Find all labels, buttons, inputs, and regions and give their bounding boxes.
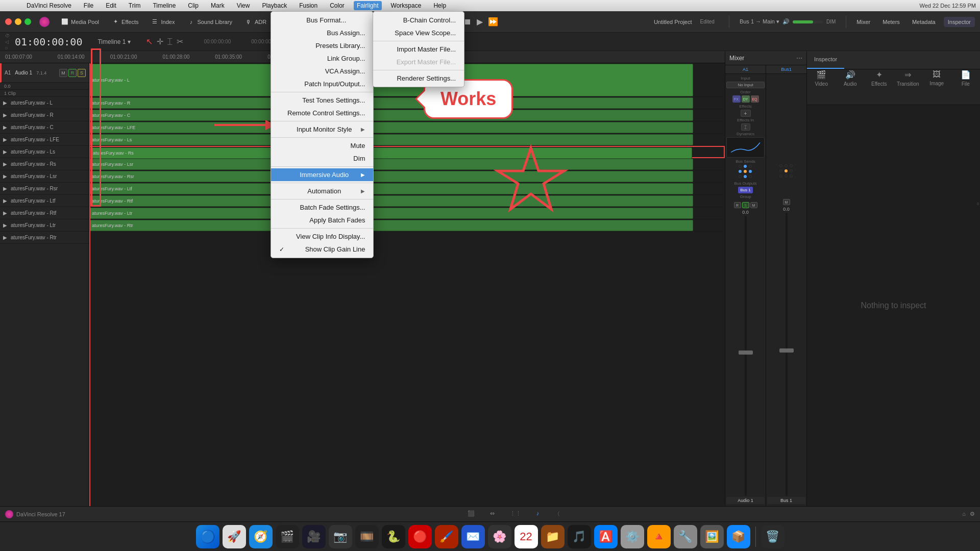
- minimize-btn[interactable]: [15, 18, 21, 25]
- fairlight-menu[interactable]: Bus Format... Bus Assign... Presets Libr…: [271, 11, 374, 258]
- media-pool-btn[interactable]: ⬜ Media Pool: [57, 16, 103, 28]
- dock-app1[interactable]: 🔴: [408, 525, 432, 548]
- effects-in-btn[interactable]: ⌶: [741, 123, 750, 131]
- menu-mark[interactable]: Mark: [208, 1, 228, 10]
- menu-workspace[interactable]: Workspace: [388, 1, 425, 10]
- menu-bus-assign[interactable]: Bus Assign...: [271, 27, 373, 39]
- tab-effects[interactable]: ✦ Effects: [865, 69, 894, 88]
- menu-file[interactable]: File: [81, 1, 96, 10]
- dock-photos[interactable]: 🌸: [488, 525, 511, 548]
- menu-playback[interactable]: Playback: [259, 1, 290, 10]
- effects-btn[interactable]: ✦ Effects: [107, 16, 142, 28]
- track-mute-btn[interactable]: M: [59, 69, 67, 77]
- fader-thumb-a1[interactable]: [739, 350, 753, 355]
- menu-mute[interactable]: Mute: [271, 139, 373, 152]
- clip-Ls[interactable]: aturesFury.wav - Ls: [89, 134, 693, 145]
- status-tool-audio[interactable]: ♪: [536, 510, 540, 518]
- menu-trim[interactable]: Trim: [126, 1, 144, 10]
- dock-launchpad[interactable]: 🚀: [223, 525, 246, 548]
- clip-Ltf[interactable]: aturesFury.wav - Ltf: [89, 183, 693, 194]
- maximize-btn[interactable]: [24, 18, 31, 25]
- submenu-renderer[interactable]: Renderer Settings...: [373, 72, 464, 85]
- volume-slider[interactable]: [793, 20, 823, 23]
- solo-btn[interactable]: S: [742, 202, 749, 208]
- bus-mute-btn[interactable]: M: [783, 199, 790, 205]
- dy-btn[interactable]: DY: [742, 95, 750, 103]
- close-btn[interactable]: [5, 18, 12, 25]
- record-btn[interactable]: R: [734, 202, 741, 208]
- channel-bus1-tab[interactable]: Bus1: [766, 65, 806, 73]
- menu-edit[interactable]: Edit: [103, 1, 119, 10]
- status-tool-3[interactable]: ⋮⋮: [510, 510, 521, 518]
- fader-track-bus1[interactable]: [786, 213, 788, 496]
- dock-clip[interactable]: 🎞️: [355, 525, 379, 548]
- track-solo-btn[interactable]: S: [78, 69, 86, 77]
- fx-btn[interactable]: FX: [732, 95, 741, 103]
- mute-btn[interactable]: M: [750, 202, 757, 208]
- sound-library-btn[interactable]: ♪ Sound Library: [183, 16, 236, 28]
- clip-LFE[interactable]: aturesFury.wav - LFE: [89, 122, 693, 133]
- menu-show-clip-gain[interactable]: ✓ Show Clip Gain Line: [271, 243, 373, 256]
- immersive-audio-submenu[interactable]: B-Chain Control... Space View Scope... I…: [373, 11, 464, 87]
- menu-bus-format[interactable]: Bus Format...: [271, 14, 373, 27]
- clip-Rtr[interactable]: aturesFury.wav - Rtr: [89, 220, 693, 231]
- menu-immersive-audio[interactable]: Immersive Audio ▶: [271, 168, 373, 181]
- effects-add-btn[interactable]: +: [741, 110, 751, 117]
- fader-thumb-bus1[interactable]: [779, 348, 794, 353]
- clip-C[interactable]: aturesFury.wav - C: [89, 110, 693, 121]
- dock-safari[interactable]: 🧭: [249, 525, 273, 548]
- clip-Rsr[interactable]: aturesFury.wav - Rsr: [89, 171, 693, 182]
- dock-finder[interactable]: 🔵: [196, 525, 219, 548]
- volume-icon[interactable]: 🔊: [782, 18, 790, 25]
- blade-tool[interactable]: ✂: [177, 37, 183, 46]
- dock-preview[interactable]: 🖼️: [700, 525, 724, 548]
- menu-color[interactable]: Color: [327, 1, 348, 10]
- menu-presets-library[interactable]: Presets Library...: [271, 39, 373, 52]
- menu-clip[interactable]: Clip: [185, 1, 202, 10]
- menu-view-clip-info[interactable]: View Clip Info Display...: [271, 230, 373, 243]
- select-tool[interactable]: ↖: [146, 37, 153, 46]
- track-record-btn[interactable]: R: [68, 69, 77, 77]
- apple-menu[interactable]: [4, 1, 17, 11]
- menu-patch-io[interactable]: Patch Input/Output...: [271, 78, 373, 90]
- menu-davinci[interactable]: DaVinci Resolve: [23, 1, 75, 10]
- play-btn[interactable]: ▶: [477, 17, 483, 27]
- dock-apple-music[interactable]: 🎵: [568, 525, 591, 548]
- clip-Rtf[interactable]: aturesFury.wav - Rtf: [89, 195, 693, 207]
- submenu-import-master[interactable]: Import Master File...: [373, 43, 464, 56]
- meters-btn[interactable]: Meters: [878, 17, 904, 27]
- bus-selector[interactable]: Bus 1 → Main ▾: [740, 18, 779, 25]
- dock-trash[interactable]: 🗑️: [761, 525, 785, 548]
- clip-Rs[interactable]: aturesFury.wav - Rs: [90, 147, 692, 159]
- submenu-b-chain[interactable]: B-Chain Control...: [373, 14, 464, 27]
- menu-timeline[interactable]: Timeline: [150, 1, 179, 10]
- inspector-btn[interactable]: Inspector: [944, 17, 975, 27]
- dock-davinci[interactable]: 🎥: [302, 525, 326, 548]
- menu-vca-assign[interactable]: VCA Assign...: [271, 65, 373, 78]
- dock-vlc[interactable]: 🔺: [647, 525, 671, 548]
- menu-dim[interactable]: Dim: [271, 152, 373, 165]
- clip-Ltr[interactable]: aturesFury.wav - Ltr: [89, 208, 693, 219]
- menu-test-tones[interactable]: Test Tones Settings...: [271, 94, 373, 107]
- tab-video[interactable]: 🎬 Video: [807, 69, 836, 88]
- play-forward-btn[interactable]: ⏩: [488, 17, 498, 27]
- trim-tool[interactable]: ✛: [157, 37, 163, 46]
- dock-affinity[interactable]: 🖌️: [435, 525, 458, 548]
- bus-output-selector[interactable]: Bus 1: [738, 187, 752, 193]
- eq-display[interactable]: [726, 137, 765, 158]
- adr-btn[interactable]: 🎙 ADR: [240, 16, 271, 28]
- razor-tool[interactable]: ⌶: [167, 37, 173, 46]
- dock-calendar[interactable]: 22: [514, 525, 538, 548]
- menu-view[interactable]: View: [234, 1, 253, 10]
- timeline-name-selector[interactable]: Timeline 1 ▾: [97, 38, 131, 45]
- dock-settings[interactable]: ⚙️: [621, 525, 644, 548]
- clip-R[interactable]: aturesFury.wav - R: [89, 97, 693, 109]
- stop-btn[interactable]: ⏹: [463, 17, 472, 27]
- dock-resolve2[interactable]: 🎬: [276, 525, 299, 548]
- dim-btn[interactable]: DIM: [826, 19, 836, 24]
- status-tool-2[interactable]: ⇔: [490, 510, 495, 518]
- dock-appstore[interactable]: 🅰️: [594, 525, 618, 548]
- menu-input-monitor[interactable]: Input Monitor Style ▶: [271, 123, 373, 136]
- mixer-btn[interactable]: Mixer: [852, 17, 874, 27]
- fader-track-a1[interactable]: [745, 216, 747, 496]
